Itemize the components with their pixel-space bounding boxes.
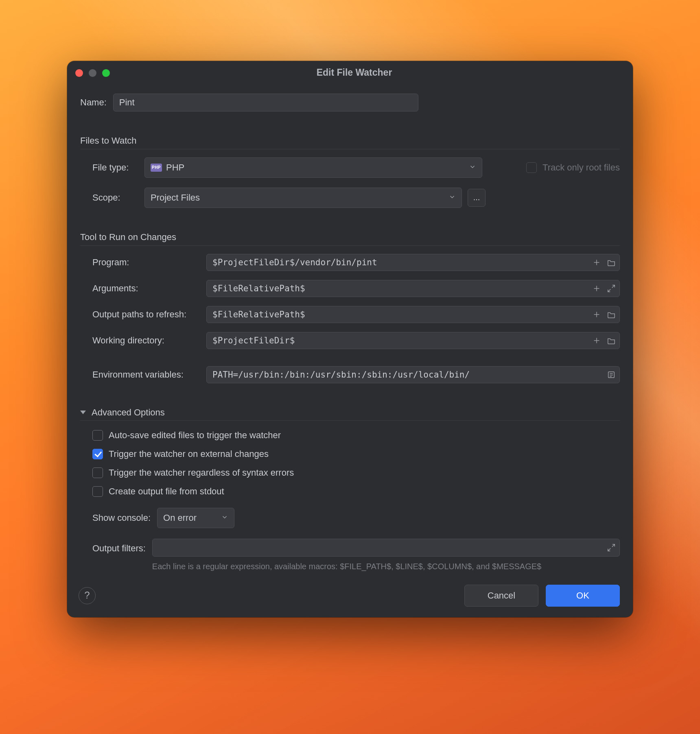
program-input[interactable] <box>206 254 620 271</box>
trigger-external-checkbox[interactable] <box>92 449 103 459</box>
show-console-label: Show console: <box>92 511 151 524</box>
php-icon: PHP <box>151 164 162 172</box>
dialog-title: Edit File Watcher <box>84 66 625 79</box>
close-window-button[interactable] <box>75 69 83 77</box>
scope-label: Scope: <box>92 191 137 204</box>
file-type-select[interactable]: PHP PHP <box>144 157 482 178</box>
chevron-down-icon <box>469 161 476 174</box>
show-console-select[interactable]: On error <box>157 508 234 528</box>
scope-browse-button[interactable]: ... <box>468 189 486 207</box>
show-console-value: On error <box>163 511 197 524</box>
svg-line-15 <box>608 548 610 551</box>
titlebar: Edit File Watcher <box>67 61 633 85</box>
auto-save-label: Auto-save edited files to trigger the wa… <box>109 429 281 442</box>
advanced-options-toggle[interactable]: Advanced Options <box>80 406 620 421</box>
files-to-watch-heading-label: Files to Watch <box>80 134 137 147</box>
output-filters-label: Output filters: <box>92 539 146 555</box>
scope-select[interactable]: Project Files <box>144 188 462 208</box>
program-label: Program: <box>92 256 206 269</box>
output-filters-hint: Each line is a regular expression, avail… <box>152 561 575 572</box>
trigger-external-label: Trigger the watcher on external changes <box>109 448 269 461</box>
output-paths-input[interactable] <box>206 306 620 323</box>
file-type-label: File type: <box>92 161 137 174</box>
name-label: Name: <box>80 96 107 109</box>
working-dir-label: Working directory: <box>92 334 206 347</box>
track-root-label: Track only root files <box>542 161 620 174</box>
track-root-checkbox <box>526 162 537 173</box>
regardless-errors-checkbox[interactable] <box>92 467 103 478</box>
output-paths-label: Output paths to refresh: <box>92 308 206 321</box>
expand-icon[interactable] <box>607 284 616 293</box>
output-filters-input[interactable] <box>152 539 620 557</box>
svg-line-4 <box>612 285 615 287</box>
folder-icon[interactable] <box>607 310 616 319</box>
regardless-errors-label: Trigger the watcher regardless of syntax… <box>109 466 294 479</box>
chevron-down-icon <box>221 511 228 524</box>
arguments-input[interactable] <box>206 280 620 297</box>
working-dir-input[interactable] <box>206 332 620 349</box>
auto-save-checkbox[interactable] <box>92 430 103 441</box>
files-to-watch-heading: Files to Watch <box>80 134 620 149</box>
tool-heading-label: Tool to Run on Changes <box>80 231 176 244</box>
folder-icon[interactable] <box>607 258 616 267</box>
scope-value: Project Files <box>151 191 200 204</box>
advanced-options-label: Advanced Options <box>92 406 165 419</box>
arguments-label: Arguments: <box>92 282 206 295</box>
edit-file-watcher-dialog: Edit File Watcher Name: Files to Watch F… <box>67 61 633 617</box>
list-icon[interactable] <box>607 370 616 379</box>
insert-macro-icon[interactable] <box>592 284 601 293</box>
ok-button[interactable]: OK <box>546 585 620 607</box>
tool-heading: Tool to Run on Changes <box>80 231 620 246</box>
help-button[interactable]: ? <box>79 587 96 604</box>
folder-icon[interactable] <box>607 336 616 345</box>
svg-line-14 <box>612 544 615 547</box>
env-label: Environment variables: <box>92 360 206 381</box>
chevron-down-icon <box>448 191 456 204</box>
cancel-button[interactable]: Cancel <box>464 585 538 607</box>
name-input[interactable] <box>113 94 418 111</box>
insert-macro-icon[interactable] <box>592 258 601 267</box>
insert-macro-icon[interactable] <box>592 336 601 345</box>
create-output-checkbox[interactable] <box>92 486 103 497</box>
insert-macro-icon[interactable] <box>592 310 601 319</box>
svg-line-5 <box>608 289 610 291</box>
env-input[interactable] <box>206 366 620 383</box>
expand-icon[interactable] <box>607 543 616 552</box>
create-output-label: Create output file from stdout <box>109 485 224 498</box>
file-type-value: PHP <box>166 161 184 174</box>
